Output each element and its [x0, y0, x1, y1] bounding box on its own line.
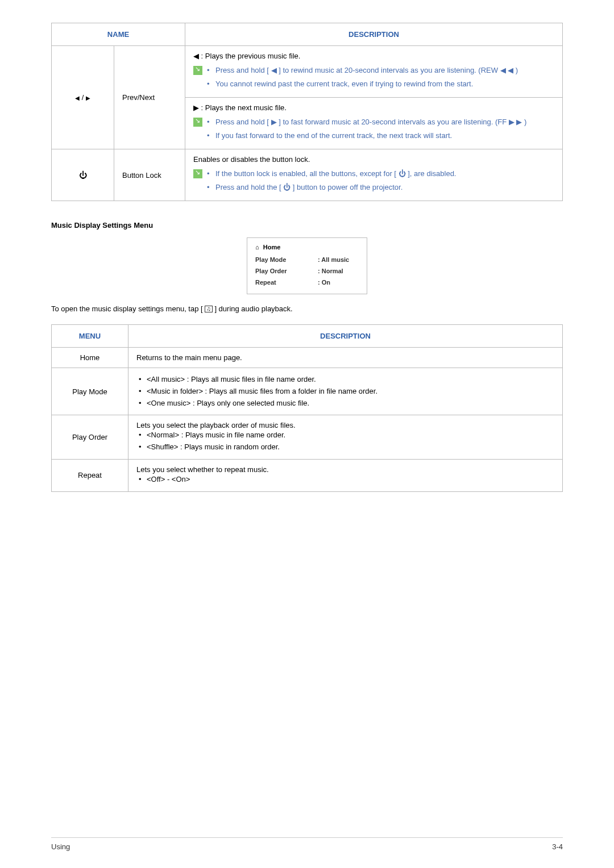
settings-row: Play Order: Normal	[255, 265, 359, 277]
button-lock-name: Button Lock	[114, 149, 185, 201]
home-icon: ⌂	[255, 244, 259, 251]
prev-next-desc: ◀ : Plays the previous music file. Press…	[185, 46, 563, 149]
prev-bullet-1: Press and hold [ ◀ ] to rewind music at …	[207, 65, 554, 76]
button-lock-desc: Enables or disables the button lock. If …	[185, 149, 563, 201]
row-button-lock: Button Lock Enables or disables the butt…	[52, 149, 563, 201]
footer-right: 3-4	[552, 842, 563, 851]
power-icon	[79, 171, 87, 180]
menu-play-order-desc: Lets you select the playback order of mu…	[128, 415, 563, 460]
menu-play-order: Play Order	[52, 415, 128, 460]
note-icon	[193, 66, 202, 75]
list-item: <Normal> : Plays music in file name orde…	[136, 429, 554, 441]
settings-key: Play Mode	[255, 256, 318, 263]
next-bullet-1: Press and hold [ ▶ ] to fast forward mus…	[207, 116, 554, 128]
repeat-lead: Lets you select whether to repeat music.	[136, 465, 554, 474]
list-item: <Music in folder> : Plays all music file…	[136, 386, 554, 398]
next-block: ▶ : Plays the next music file. Press and…	[185, 97, 562, 149]
table-row: Home Returns to the main menu page.	[52, 348, 563, 368]
prev-title: ◀ : Plays the previous music file.	[193, 52, 554, 60]
next-note-list: Press and hold [ ▶ ] to fast forward mus…	[207, 116, 554, 143]
list-item: <One music> : Plays only one selected mu…	[136, 398, 554, 410]
menu-home-desc: Returns to the main menu page.	[128, 348, 563, 368]
row-prev-next: / Prev/Next ◀ : Plays the previous music…	[52, 46, 563, 149]
next-title: ▶ : Plays the next music file.	[193, 103, 554, 112]
triangle-left-icon	[75, 93, 80, 102]
note-icon	[193, 118, 202, 127]
th-menu: MENU	[52, 325, 128, 348]
button-lock-bullet-1: If the button lock is enabled, all the b…	[207, 168, 554, 180]
button-lock-bullet-2: Press and hold the [ ⏻ ] button to power…	[207, 182, 554, 193]
table-row: Play Mode <All music> : Plays all music …	[52, 368, 563, 415]
settings-home-label: Home	[263, 244, 281, 251]
menu-play-mode: Play Mode	[52, 368, 128, 415]
settings-value: : On	[318, 279, 330, 286]
th-menu-description: DESCRIPTION	[128, 325, 563, 348]
settings-value: : All music	[318, 256, 349, 263]
prev-note-list: Press and hold [ ◀ ] to rewind music at …	[207, 65, 554, 91]
icon-separator: /	[80, 93, 86, 102]
th-description: DESCRIPTION	[185, 23, 563, 46]
triangle-right-icon	[86, 93, 90, 102]
menu-repeat: Repeat	[52, 459, 128, 491]
list-item: <Off> - <On>	[136, 474, 554, 486]
menu-table: MENU DESCRIPTION Home Returns to the mai…	[51, 324, 563, 492]
open-note-after: ] during audio playback.	[213, 304, 293, 313]
menu-play-mode-desc: <All music> : Plays all music files in f…	[128, 368, 563, 415]
settings-key: Repeat	[255, 279, 318, 286]
settings-preview: ⌂ Home Play Mode: All music Play Order: …	[247, 237, 367, 294]
note-icon	[193, 169, 202, 178]
table-row: Play Order Lets you select the playback …	[52, 415, 563, 460]
menu-repeat-desc: Lets you select whether to repeat music.…	[128, 459, 563, 491]
page-footer: Using 3-4	[51, 837, 563, 851]
prev-bullet-2: You cannot rewind past the current track…	[207, 78, 554, 90]
controls-table: NAME DESCRIPTION / Prev/Next ◀ : Plays t…	[51, 23, 563, 201]
settings-key: Play Order	[255, 268, 318, 274]
settings-row: Play Mode: All music	[255, 254, 359, 265]
next-bullet-2: If you fast forward to the end of the cu…	[207, 130, 554, 141]
settings-row: Repeat: On	[255, 277, 359, 288]
menu-home: Home	[52, 348, 128, 368]
footer-left: Using	[51, 842, 70, 851]
table-row: Repeat Lets you select whether to repeat…	[52, 459, 563, 491]
settings-home-row: ⌂ Home	[255, 244, 359, 251]
th-name: NAME	[52, 23, 185, 46]
list-item: <Shuffle> : Plays music in random order.	[136, 441, 554, 453]
button-lock-list: If the button lock is enabled, all the b…	[207, 168, 554, 195]
open-settings-note: To open the music display settings menu,…	[51, 304, 563, 313]
settings-value: : Normal	[318, 268, 343, 274]
prev-next-name: Prev/Next	[114, 46, 185, 149]
prev-block: ◀ : Plays the previous music file. Press…	[185, 46, 562, 97]
open-note-before: To open the music display settings menu,…	[51, 304, 205, 313]
list-item: <All music> : Plays all music files in f…	[136, 374, 554, 386]
button-lock-icon-cell	[52, 149, 114, 201]
media-settings-icon: ♫	[205, 306, 213, 312]
button-lock-title: Enables or disables the button lock.	[193, 155, 554, 164]
section-title: Music Display Settings Menu	[51, 221, 563, 229]
prev-next-icons: /	[52, 46, 114, 149]
play-order-lead: Lets you select the playback order of mu…	[136, 421, 554, 429]
